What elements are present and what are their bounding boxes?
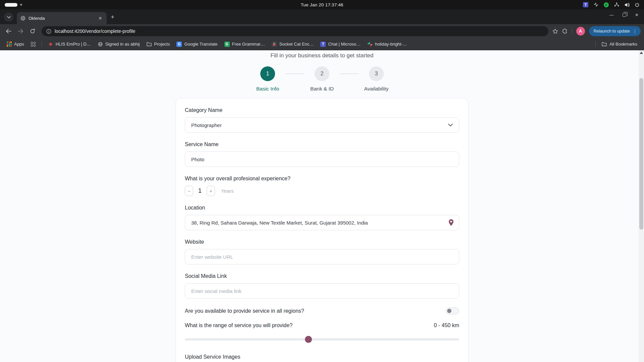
all-bookmarks-label: All Bookmarks: [609, 42, 637, 47]
back-button[interactable]: [3, 26, 13, 36]
network-tray-icon[interactable]: [614, 3, 619, 7]
category-value: Photographer: [191, 122, 222, 128]
relaunch-label: Relaunch to update: [594, 29, 630, 34]
forward-button[interactable]: [15, 26, 25, 36]
bookmark-signed-in[interactable]: Signed in as abhij: [95, 40, 143, 48]
experience-increment-button[interactable]: +: [207, 186, 215, 196]
window-minimize-button[interactable]: —: [609, 12, 614, 17]
system-top-bar: Tue Jan 20 17:37:46 T ✓: [0, 0, 644, 9]
browser-tab-strip: Oklenda ✕ + — ✕: [0, 9, 644, 24]
bookmark-hlis[interactable]: ✳ HLIS EmPro | D…: [45, 40, 94, 48]
location-pin-icon[interactable]: [448, 219, 454, 226]
new-tab-button[interactable]: +: [111, 13, 114, 21]
bookmarks-bar: Apps ✳ HLIS EmPro | D… Signed in as abhi…: [0, 38, 644, 50]
service-name-input[interactable]: [185, 152, 459, 167]
service-range-label: What is the range of service you will pr…: [185, 322, 292, 328]
tab-search-button[interactable]: [4, 12, 13, 22]
volume-tray-icon[interactable]: [625, 3, 630, 7]
page-scrollbar[interactable]: [639, 50, 644, 362]
bookmark-label: Socket Cat Enc…: [279, 42, 314, 47]
scrollbar-up-arrow[interactable]: [640, 52, 643, 54]
url-bar[interactable]: localhost:4200/vendor/complete-profile: [42, 26, 548, 36]
all-regions-toggle[interactable]: [446, 307, 459, 314]
bookmark-free-grammar[interactable]: G Free Grammar…: [222, 40, 268, 48]
window-restore-button[interactable]: [623, 13, 626, 17]
toolbar-divider: [572, 28, 572, 34]
bookmark-projects[interactable]: Projects: [144, 40, 173, 48]
step-number: 3: [369, 66, 384, 81]
service-range-value: 0 - 450 km: [434, 322, 459, 328]
browser-tab[interactable]: Oklenda ✕: [17, 12, 107, 24]
apps-grid-icon: [7, 42, 12, 47]
location-input[interactable]: [185, 215, 459, 230]
basic-info-form-card: Category Name Photographer Service Name …: [176, 98, 468, 362]
extensions-puzzle-icon[interactable]: [562, 28, 568, 34]
globe-icon: [98, 42, 103, 47]
scrollbar-thumb[interactable]: [639, 78, 643, 230]
system-tray: T ✓: [583, 2, 639, 7]
bookmarks-divider: [595, 41, 596, 47]
system-clock[interactable]: Tue Jan 20 17:37:46: [301, 2, 343, 7]
tab-favicon-globe-icon: [20, 15, 25, 21]
experience-value: 1: [198, 187, 202, 194]
experience-stepper: − 1 + Years: [185, 186, 459, 196]
reading-list-button[interactable]: [28, 41, 38, 48]
slack-tray-icon[interactable]: [594, 2, 598, 7]
page-subtitle: Fill in your business details to get sta…: [0, 52, 644, 59]
folder-icon: [602, 42, 607, 47]
teams-tray-icon[interactable]: T: [583, 2, 588, 7]
window-close-button[interactable]: ✕: [635, 12, 639, 17]
profile-avatar[interactable]: A: [576, 27, 585, 36]
grammar-checker-icon: G: [224, 42, 230, 47]
apps-label: Apps: [14, 42, 24, 47]
power-tray-icon[interactable]: [635, 3, 639, 7]
bookmark-teams-chat[interactable]: T Chat | Microso…: [318, 40, 363, 48]
bookmark-label: Signed in as abhij: [105, 42, 140, 47]
bookmark-label: Projects: [154, 42, 170, 47]
toolbar-right: A Relaunch to update ⋮: [552, 26, 641, 36]
shield-check-tray-icon[interactable]: ✓: [604, 2, 609, 7]
teams-icon: T: [320, 42, 326, 47]
bookmark-socket-cat[interactable]: Socket Cat Enc…: [269, 40, 317, 48]
activities-indicator[interactable]: [5, 3, 22, 7]
experience-decrement-button[interactable]: −: [185, 186, 193, 196]
bookmark-label: Chat | Microso…: [328, 42, 361, 47]
browser-menu-kebab-icon[interactable]: ⋮: [633, 28, 637, 34]
bookmark-google-translate[interactable]: G Google Translate: [174, 40, 220, 48]
website-label: Website: [185, 239, 459, 245]
step-number: 2: [315, 66, 329, 81]
all-regions-label: Are you available to provide service in …: [185, 308, 304, 314]
step-label: Bank & ID: [310, 86, 334, 92]
range-slider-thumb[interactable]: [305, 336, 312, 343]
site-info-icon[interactable]: [46, 29, 51, 34]
category-select[interactable]: Photographer: [185, 117, 459, 133]
category-label: Category Name: [185, 107, 459, 113]
apps-shortcut[interactable]: Apps: [4, 40, 27, 48]
bookmark-holiday-bright[interactable]: holiday-bright-…: [365, 40, 410, 48]
service-name-label: Service Name: [185, 141, 459, 147]
bookmark-label: Google Translate: [184, 42, 217, 47]
website-input[interactable]: [185, 249, 459, 264]
bookmark-label: Free Grammar…: [232, 42, 265, 47]
squares-icon: [31, 42, 36, 47]
workspace-dot: [20, 4, 22, 6]
toggle-knob: [447, 309, 451, 313]
page-content: Fill in your business details to get sta…: [0, 50, 644, 362]
browser-toolbar: localhost:4200/vendor/complete-profile A…: [0, 24, 644, 38]
bookmark-star-icon[interactable]: [552, 28, 558, 34]
slider-track: [185, 338, 459, 341]
step-bank-id[interactable]: 2 Bank & ID: [300, 66, 344, 92]
relaunch-update-button[interactable]: Relaunch to update ⋮: [589, 26, 641, 36]
step-availability[interactable]: 3 Availability: [354, 66, 398, 92]
service-range-slider[interactable]: [185, 336, 459, 343]
social-link-input[interactable]: [185, 283, 459, 299]
reload-button[interactable]: [28, 26, 38, 36]
profile-stepper: 1 Basic Info 2 Bank & ID 3 Availability: [246, 66, 398, 92]
all-bookmarks-button[interactable]: All Bookmarks: [599, 40, 640, 48]
window-controls: — ✕: [609, 12, 639, 17]
tab-close-icon[interactable]: ✕: [97, 15, 103, 21]
location-label: Location: [185, 205, 459, 211]
step-basic-info[interactable]: 1 Basic Info: [246, 66, 290, 92]
url-text: localhost:4200/vendor/complete-profile: [55, 28, 135, 34]
slack-icon: [367, 42, 373, 47]
